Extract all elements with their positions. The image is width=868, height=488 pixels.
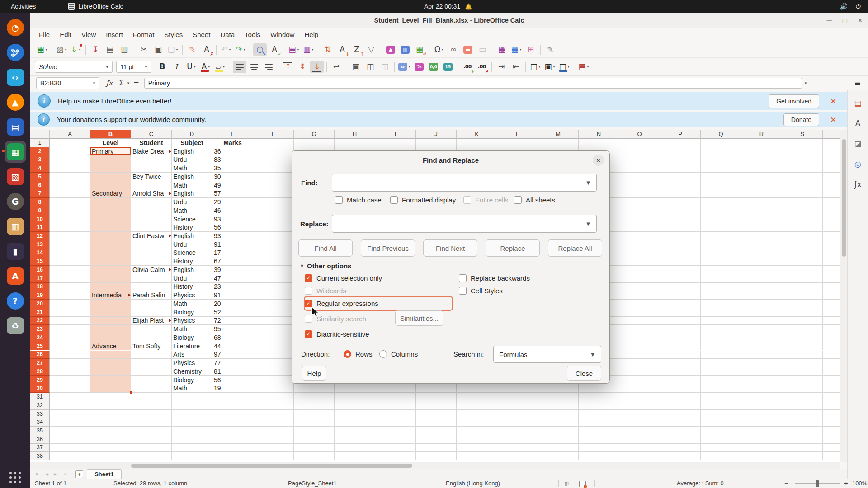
cell[interactable] — [335, 427, 375, 435]
cell[interactable] — [741, 198, 782, 206]
cell[interactable] — [212, 427, 253, 435]
power-icon[interactable]: ⏻ — [856, 3, 861, 10]
row-header-36[interactable]: 36 — [30, 435, 50, 444]
cell[interactable] — [253, 164, 294, 173]
cell[interactable] — [782, 274, 823, 283]
trash-icon[interactable]: ♻ — [5, 315, 26, 337]
vertical-scrollbar[interactable] — [840, 130, 847, 462]
cell[interactable] — [619, 274, 660, 283]
cell[interactable] — [457, 444, 497, 452]
cell[interactable]: Science — [172, 249, 212, 258]
cell[interactable] — [90, 181, 131, 190]
cell[interactable]: Urdu — [172, 274, 212, 283]
radio-rows[interactable]: Rows — [344, 350, 373, 358]
cell[interactable] — [131, 274, 172, 283]
cell[interactable]: Intermedia — [90, 291, 131, 300]
cell[interactable] — [741, 333, 782, 342]
cell[interactable] — [741, 189, 782, 198]
column-header-G[interactable]: G — [294, 130, 335, 139]
cell[interactable] — [782, 223, 823, 232]
cell[interactable] — [253, 427, 294, 435]
menu-view[interactable]: View — [76, 28, 101, 42]
cell[interactable] — [253, 300, 294, 308]
cell[interactable] — [782, 189, 823, 198]
column-header-B[interactable]: B — [90, 130, 131, 139]
search-in-dropdown-icon[interactable]: ▼ — [585, 346, 601, 362]
cell[interactable] — [823, 435, 840, 444]
cell[interactable] — [253, 189, 294, 198]
cell[interactable] — [497, 410, 538, 418]
cell[interactable] — [131, 452, 172, 460]
cell[interactable]: Literature — [172, 342, 212, 351]
clear-formatting-icon[interactable]: A✗ — [200, 43, 213, 56]
cell[interactable] — [253, 215, 294, 224]
cell[interactable] — [538, 139, 579, 147]
cell[interactable]: English — [172, 173, 212, 181]
cell[interactable]: Physics — [172, 359, 212, 367]
horizontal-scrollbar-thumb[interactable] — [131, 464, 412, 468]
cell[interactable] — [253, 351, 294, 359]
cell[interactable] — [497, 393, 538, 401]
cell[interactable]: 39 — [212, 266, 253, 274]
cell[interactable] — [741, 173, 782, 181]
cell[interactable] — [172, 418, 212, 427]
cell[interactable] — [375, 401, 416, 410]
vertical-scrollbar-thumb[interactable] — [842, 139, 846, 257]
cell[interactable] — [823, 376, 840, 385]
row-header-17[interactable]: 17 — [30, 274, 50, 283]
cell[interactable] — [294, 418, 335, 427]
cell[interactable]: Math — [172, 164, 212, 173]
close-notification-icon[interactable]: ✕ — [828, 97, 838, 106]
page-style[interactable]: PageStyle_Sheet1 — [288, 479, 337, 488]
sidebar-properties-icon[interactable]: ▤ — [852, 97, 864, 109]
cell[interactable] — [90, 452, 131, 460]
cell[interactable] — [212, 401, 253, 410]
cell[interactable] — [660, 410, 701, 418]
cell[interactable] — [619, 325, 660, 333]
cell[interactable] — [579, 452, 619, 460]
cell[interactable] — [131, 223, 172, 232]
column-header-F[interactable]: F — [253, 130, 294, 139]
find-and-replace-icon[interactable]: ○ — [253, 43, 267, 56]
cell[interactable] — [335, 401, 375, 410]
cell[interactable] — [212, 410, 253, 418]
cell[interactable] — [131, 325, 172, 333]
cell[interactable] — [660, 206, 701, 215]
cell[interactable] — [619, 189, 660, 198]
cell[interactable] — [782, 300, 823, 308]
checkbox-replace-backwards[interactable]: Replace backwards — [459, 274, 530, 282]
cell[interactable] — [253, 181, 294, 190]
terminal-icon[interactable]: ▮ — [5, 240, 26, 262]
cell[interactable] — [619, 359, 660, 367]
selection-status[interactable]: Selected: 29 rows, 1 column — [113, 479, 187, 488]
cell[interactable] — [660, 351, 701, 359]
cell[interactable] — [294, 139, 335, 147]
cell[interactable] — [172, 401, 212, 410]
cell[interactable]: English — [172, 232, 212, 240]
cell[interactable] — [172, 435, 212, 444]
row-header-11[interactable]: 11 — [30, 223, 50, 232]
cell[interactable] — [253, 232, 294, 240]
cell[interactable] — [50, 384, 90, 393]
cell[interactable] — [90, 173, 131, 181]
row-header-33[interactable]: 33 — [30, 410, 50, 418]
cell[interactable] — [375, 384, 416, 393]
dialog-title-bar[interactable]: Find and Replace — [292, 151, 609, 169]
cell[interactable] — [253, 173, 294, 181]
cell[interactable] — [619, 173, 660, 181]
cell[interactable] — [131, 351, 172, 359]
cell[interactable] — [701, 384, 741, 393]
cell[interactable] — [619, 232, 660, 240]
cell[interactable] — [741, 308, 782, 317]
cell[interactable] — [823, 427, 840, 435]
cell[interactable] — [741, 274, 782, 283]
cell[interactable] — [782, 164, 823, 173]
cell[interactable] — [416, 384, 457, 393]
cell[interactable]: Tom Softy — [131, 342, 172, 351]
menu-styles[interactable]: Styles — [159, 28, 188, 42]
cell[interactable]: 77 — [212, 359, 253, 367]
center-vertically-icon[interactable]: ↕ — [296, 61, 309, 73]
cell[interactable]: Clint Eastw — [131, 232, 172, 240]
cell[interactable] — [823, 249, 840, 258]
cell[interactable] — [701, 376, 741, 385]
